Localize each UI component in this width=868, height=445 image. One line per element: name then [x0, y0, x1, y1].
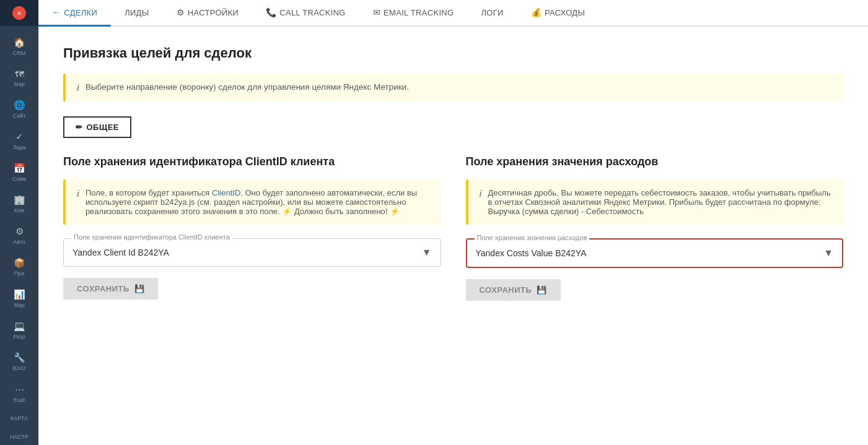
crm-icon: 🏠	[14, 37, 25, 48]
sidebar-item-nastro[interactable]: НАСТР	[0, 428, 38, 445]
tab-nastrojki[interactable]: ⚙ НАСТРОЙКИ	[163, 0, 252, 27]
left-field-wrapper: Поле хранения идентификатора ClientID кл…	[63, 238, 441, 267]
two-column-layout: Поле хранения идентификатора ClientID кл…	[63, 155, 843, 301]
right-info-icon: i	[480, 189, 482, 199]
costs-value-select[interactable]: Yandex Costs Value B242YA	[467, 240, 843, 267]
right-field-wrapper: Поле хранения значения расходов Yandex C…	[466, 238, 844, 268]
sidebar-item-label-b242: B242	[12, 365, 25, 371]
sidebar-item-tasks[interactable]: ✓ Зада	[0, 125, 38, 157]
tab-rashody[interactable]: 💰 РАСХОДЫ	[517, 0, 599, 27]
right-save-icon: 💾	[537, 285, 547, 295]
sidebar-item-meetings[interactable]: 📅 Совм	[0, 157, 38, 188]
sidebar-item-label-tasks: Зада	[13, 144, 26, 150]
sidebar-item-companies[interactable]: 🏢 Ком	[0, 188, 38, 220]
sidebar-item-auto[interactable]: ⚙ Авто	[0, 220, 38, 251]
sidebar-item-label-more: Ещё	[14, 397, 25, 403]
tab-sdelki[interactable]: ← СДЕЛКИ	[38, 0, 111, 27]
general-button-icon: ✏	[76, 123, 83, 132]
sidebar-item-label-apps: При	[14, 270, 25, 277]
tab-lidy[interactable]: ЛИДЫ	[111, 0, 162, 27]
companies-icon: 🏢	[14, 194, 25, 205]
left-info-text: Поле, в котором будет храниться ClientID…	[85, 188, 430, 216]
sidebar-header: ×	[0, 0, 38, 26]
right-info-box: i Десятичная дробь. Вы можете передать с…	[466, 179, 844, 225]
sidebar-item-more[interactable]: ⋯ Ещё	[0, 378, 38, 409]
sidebar: × 🏠 CRM 🗺 Мар 🌐 Сайт ✓ Зада 📅 Совм 🏢 Ком…	[0, 0, 38, 445]
right-info-text: Десятичная дробь. Вы можете передать себ…	[488, 188, 832, 216]
tab-sdelki-label: СДЕЛКИ	[64, 8, 97, 17]
page-title: Привязка целей для сделок	[63, 45, 843, 61]
tab-call-tracking-label: CALL TRACKING	[279, 8, 346, 17]
map2-icon: 📊	[14, 289, 25, 300]
tab-call-tracking[interactable]: 📞 CALL TRACKING	[252, 0, 359, 27]
tab-logi-label: ЛОГИ	[481, 8, 503, 17]
tab-rashody-label: РАСХОДЫ	[545, 8, 585, 17]
general-button[interactable]: ✏ ОБЩЕЕ	[63, 116, 131, 138]
sidebar-item-label-companies: Ком	[14, 207, 24, 214]
sidebar-item-label-map: Мар	[14, 81, 25, 87]
email-tracking-icon: ✉	[373, 7, 380, 17]
left-section-title: Поле хранения идентификатора ClientID кл…	[63, 155, 441, 168]
tasks-icon: ✓	[15, 131, 24, 142]
sidebar-item-label-karta: КАРТА	[11, 415, 28, 421]
sidebar-item-apps[interactable]: 📦 При	[0, 251, 38, 283]
general-button-label: ОБЩЕЕ	[87, 123, 120, 132]
left-save-icon: 💾	[134, 284, 145, 293]
tab-logi[interactable]: ЛОГИ	[467, 0, 517, 27]
right-column: Поле хранения значения расходов i Десяти…	[466, 155, 844, 301]
info-icon: i	[77, 83, 79, 93]
meetings-icon: 📅	[14, 163, 25, 174]
sidebar-item-b242[interactable]: 🔧 B242	[0, 346, 38, 378]
sidebar-item-karta[interactable]: КАРТА	[0, 409, 38, 428]
right-save-label: СОХРАНИТЬ	[480, 285, 532, 295]
sidebar-item-sites[interactable]: 🌐 Сайт	[0, 93, 38, 125]
top-info-text: Выберите направление (воронку) сделок дл…	[85, 82, 409, 92]
sidebar-footer: КАРТА НАСТР ПРИЛА 👤	[0, 409, 38, 445]
nastrojki-icon: ⚙	[177, 7, 185, 17]
sidebar-item-label-sites: Сайт	[13, 113, 26, 119]
left-field-label: Поле хранения идентификатора ClientID кл…	[71, 233, 232, 241]
sidebar-item-label-auto: Авто	[13, 239, 25, 245]
right-field-label: Поле хранения значения расходов	[475, 234, 590, 241]
right-save-button[interactable]: СОХРАНИТЬ 💾	[466, 279, 561, 301]
tab-email-tracking-label: EMAIL TRACKING	[384, 8, 454, 17]
top-info-box: i Выберите направление (воронку) сделок …	[63, 74, 843, 102]
sidebar-items: 🏠 CRM 🗺 Мар 🌐 Сайт ✓ Зада 📅 Совм 🏢 Ком ⚙…	[0, 26, 38, 409]
rashody-icon: 💰	[531, 7, 541, 17]
apps-icon: 📦	[14, 257, 25, 269]
tab-lidy-label: ЛИДЫ	[125, 8, 149, 17]
content-area: Привязка целей для сделок i Выберите нап…	[38, 27, 868, 445]
sidebar-item-crm[interactable]: 🏠 CRM	[0, 31, 38, 63]
sidebar-item-label-meetings: Совм	[12, 176, 26, 182]
sidebar-item-label-nastro: НАСТР	[10, 434, 28, 440]
more-icon: ⋯	[15, 384, 24, 395]
sidebar-item-map[interactable]: 🗺 Мар	[0, 63, 38, 93]
dev-icon: 💻	[14, 321, 25, 332]
sidebar-item-label-map2: Мар	[14, 302, 25, 308]
tab-email-tracking[interactable]: ✉ EMAIL TRACKING	[359, 0, 468, 27]
client-id-select[interactable]: Yandex Client Id B242YA	[64, 239, 441, 266]
left-save-label: СОХРАНИТЬ	[77, 284, 129, 293]
map-icon: 🗺	[15, 69, 24, 79]
sidebar-item-map2[interactable]: 📊 Мар	[0, 283, 38, 314]
sidebar-item-label-dev: Разр	[13, 334, 25, 340]
sidebar-item-label-crm: CRM	[13, 50, 26, 56]
left-save-button[interactable]: СОХРАНИТЬ 💾	[63, 278, 158, 300]
right-section-title: Поле хранения значения расходов	[466, 155, 844, 168]
sidebar-item-dev[interactable]: 💻 Разр	[0, 314, 38, 346]
sites-icon: 🌐	[14, 100, 25, 111]
b242-icon: 🔧	[14, 352, 25, 363]
sdelki-icon: ←	[52, 7, 61, 17]
tab-nastrojki-label: НАСТРОЙКИ	[188, 8, 239, 17]
client-id-link[interactable]: ClientID	[212, 188, 240, 197]
call-tracking-icon: 📞	[266, 7, 276, 17]
sidebar-close-button[interactable]: ×	[12, 6, 26, 20]
left-info-icon: i	[77, 189, 79, 199]
auto-icon: ⚙	[15, 226, 24, 237]
top-navigation: ← СДЕЛКИ ЛИДЫ ⚙ НАСТРОЙКИ 📞 CALL TRACKIN…	[38, 0, 868, 27]
left-info-box: i Поле, в котором будет храниться Client…	[63, 179, 441, 225]
left-column: Поле хранения идентификатора ClientID кл…	[63, 155, 441, 301]
main-area: ← СДЕЛКИ ЛИДЫ ⚙ НАСТРОЙКИ 📞 CALL TRACKIN…	[38, 0, 868, 445]
